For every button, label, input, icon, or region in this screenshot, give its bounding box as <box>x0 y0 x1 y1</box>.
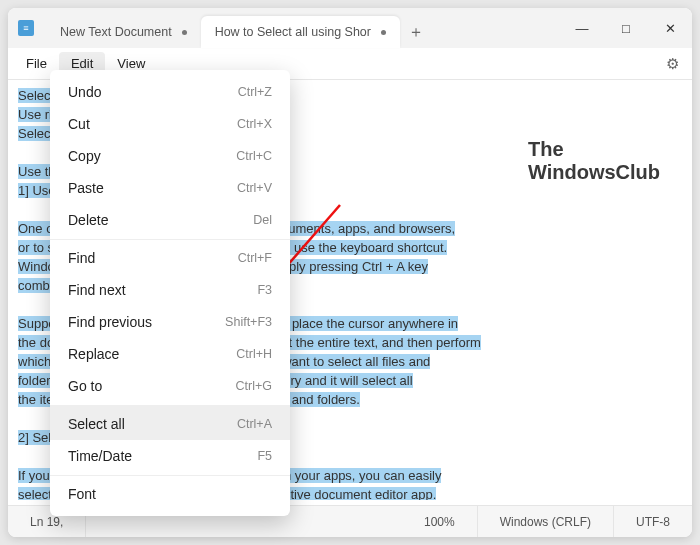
tab-document-1[interactable]: New Text Document <box>46 16 201 48</box>
tab-label: How to Select all using Shor <box>215 25 371 39</box>
window-controls: — □ ✕ <box>560 8 692 48</box>
menu-item-shortcut: Ctrl+C <box>236 149 272 163</box>
status-eol[interactable]: Windows (CRLF) <box>478 506 614 537</box>
menu-item-label: Find <box>68 250 95 266</box>
menu-item-replace[interactable]: ReplaceCtrl+H <box>50 338 290 370</box>
maximize-button[interactable]: □ <box>604 8 648 48</box>
menu-item-shortcut: Shift+F3 <box>225 315 272 329</box>
titlebar: ≡ New Text Document How to Select all us… <box>8 8 692 48</box>
menu-item-undo[interactable]: UndoCtrl+Z <box>50 76 290 108</box>
menu-item-shortcut: Ctrl+F <box>238 251 272 265</box>
menu-item-shortcut: F5 <box>257 449 272 463</box>
menu-item-shortcut: Ctrl+A <box>237 417 272 431</box>
minimize-button[interactable]: — <box>560 8 604 48</box>
menu-item-delete[interactable]: DeleteDel <box>50 204 290 236</box>
menu-item-cut[interactable]: CutCtrl+X <box>50 108 290 140</box>
menu-item-label: Cut <box>68 116 90 132</box>
menu-item-label: Copy <box>68 148 101 164</box>
menu-item-shortcut: Ctrl+G <box>236 379 272 393</box>
menu-item-label: Go to <box>68 378 102 394</box>
tab-document-2[interactable]: How to Select all using Shor <box>201 16 400 48</box>
menu-item-go-to[interactable]: Go toCtrl+G <box>50 370 290 402</box>
menu-item-paste[interactable]: PasteCtrl+V <box>50 172 290 204</box>
menu-item-label: Find next <box>68 282 126 298</box>
menu-item-copy[interactable]: CopyCtrl+C <box>50 140 290 172</box>
logo-line1: The <box>528 138 660 161</box>
menu-item-shortcut: Ctrl+Z <box>238 85 272 99</box>
notepad-icon: ≡ <box>18 20 34 36</box>
watermark-logo: The WindowsClub <box>518 134 670 188</box>
menu-item-select-all[interactable]: Select allCtrl+A <box>50 405 290 440</box>
tabs: New Text Document How to Select all usin… <box>34 8 560 48</box>
menu-item-label: Delete <box>68 212 108 228</box>
modified-dot-icon <box>182 30 187 35</box>
menu-item-find-previous[interactable]: Find previousShift+F3 <box>50 306 290 338</box>
menu-item-label: Replace <box>68 346 119 362</box>
new-tab-button[interactable]: ＋ <box>400 16 432 48</box>
status-encoding[interactable]: UTF-8 <box>614 506 692 537</box>
modified-dot-icon <box>381 30 386 35</box>
menu-item-shortcut: F3 <box>257 283 272 297</box>
close-button[interactable]: ✕ <box>648 8 692 48</box>
menu-item-find[interactable]: FindCtrl+F <box>50 239 290 274</box>
menu-item-label: Time/Date <box>68 448 132 464</box>
menu-item-label: Paste <box>68 180 104 196</box>
menu-item-time-date[interactable]: Time/DateF5 <box>50 440 290 472</box>
menu-item-shortcut: Ctrl+V <box>237 181 272 195</box>
menu-item-shortcut: Del <box>253 213 272 227</box>
menu-item-font[interactable]: Font <box>50 475 290 510</box>
tab-label: New Text Document <box>60 25 172 39</box>
menu-item-label: Font <box>68 486 96 502</box>
gear-icon: ⚙ <box>666 55 679 73</box>
menu-item-shortcut: Ctrl+H <box>236 347 272 361</box>
menu-item-find-next[interactable]: Find nextF3 <box>50 274 290 306</box>
edit-menu-dropdown: UndoCtrl+ZCutCtrl+XCopyCtrl+CPasteCtrl+V… <box>50 70 290 516</box>
menu-item-label: Select all <box>68 416 125 432</box>
menu-item-label: Find previous <box>68 314 152 330</box>
logo-line2: WindowsClub <box>528 161 660 184</box>
menu-item-shortcut: Ctrl+X <box>237 117 272 131</box>
settings-button[interactable]: ⚙ <box>658 50 686 78</box>
status-zoom[interactable]: 100% <box>402 506 478 537</box>
menu-item-label: Undo <box>68 84 101 100</box>
